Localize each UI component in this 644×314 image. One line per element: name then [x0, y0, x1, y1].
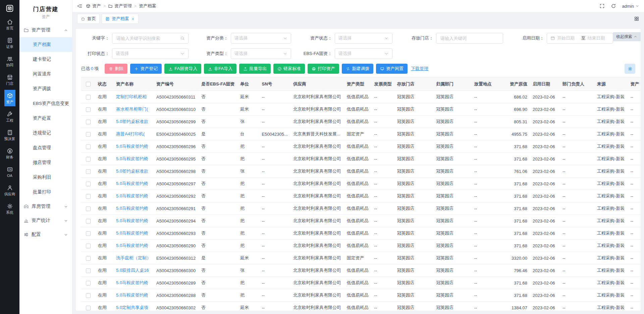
rail-item-home[interactable]: 首页 [4, 16, 15, 33]
asset-name-link[interactable]: 5.0马鞍皮签约椅 [113, 153, 154, 165]
enable-date-range[interactable]: 开始日期至结束日期 [547, 33, 613, 44]
apps-grid-icon[interactable] [634, 16, 639, 21]
rail-item-collab[interactable]: 协同 [4, 53, 15, 69]
row-checkbox[interactable] [86, 120, 91, 124]
row-checkbox[interactable] [86, 182, 91, 186]
asset-name-link[interactable]: 惠普A4打印机( [113, 128, 154, 140]
menu-group-config[interactable]: 配置 [19, 228, 72, 242]
row-checkbox[interactable] [86, 281, 91, 286]
asset-name-link[interactable]: 5.0马鞍皮签约椅 [113, 140, 154, 153]
fa-import-button[interactable]: FA固资导入 [164, 64, 201, 74]
batch-export-button[interactable]: 批量导出 [239, 64, 271, 74]
row-checkbox[interactable] [86, 169, 91, 174]
tab-close-icon[interactable] [131, 17, 135, 21]
rail-item-store[interactable]: 门店 [4, 71, 15, 88]
asset-idle-button[interactable]: 资产闲置 [376, 64, 408, 74]
rail-item-system[interactable]: 系统 [4, 200, 15, 217]
asset-name-link[interactable]: 5.0马鞍皮签约椅 [113, 277, 154, 289]
rail-item-badge[interactable]: 证章 [4, 35, 15, 51]
keyword-input[interactable] [112, 33, 189, 44]
asset-name-link[interactable]: 5.0马鞍皮签约椅 [113, 289, 154, 302]
select-all-checkbox[interactable] [86, 82, 91, 86]
menu-item-3[interactable]: 资产调拨 [19, 81, 72, 96]
menu-item-7[interactable]: 盘点管理 [19, 140, 72, 155]
asset-name-link[interactable]: 5.0签约桌标准款 [113, 165, 154, 178]
rail-item-finance[interactable]: 财务 [4, 145, 15, 162]
menu-item-9[interactable]: 采购利旧 [19, 170, 72, 185]
trash-icon [109, 67, 113, 71]
sidebar-collapse-icon[interactable] [77, 3, 83, 9]
row-checkbox[interactable] [86, 95, 91, 100]
asset-name-link[interactable]: 5.0马鞍皮签约椅 [113, 202, 154, 215]
rail-item-budget[interactable]: 预决算 [4, 127, 15, 143]
row-checkbox[interactable] [86, 144, 91, 149]
download-manage-link[interactable]: 下载管理 [411, 66, 428, 72]
asset-name-link[interactable]: 5.0双排四人桌16 [113, 264, 154, 277]
refresh-icon[interactable] [611, 3, 616, 9]
asset-name-link[interactable]: 5.0马鞍皮签约椅 [113, 227, 154, 240]
asset-name-link[interactable]: 洗手盆柜（定制） [113, 252, 154, 264]
tab-home[interactable]: 首页 [77, 14, 100, 24]
keyword-input-field[interactable] [116, 36, 178, 41]
breadcrumb-item[interactable]: 资产档案 [139, 3, 156, 9]
asset-category-select[interactable]: 请选择 [231, 33, 291, 44]
menu-item-0[interactable]: 资产档案 [19, 37, 72, 52]
app-logo-icon[interactable] [5, 4, 14, 13]
asset-name-link[interactable]: 5.0签约桌标准款 [113, 116, 154, 128]
rail-items: 首页证章协同门店资产工程预决算财务OAOA供应商系统 [4, 16, 15, 219]
asset-name-link[interactable]: 茶水柜吊柜带门( [113, 103, 154, 116]
row-checkbox[interactable] [86, 268, 91, 273]
asset-register-button[interactable]: 资产登记 [130, 64, 162, 74]
cell-unit: 张 [237, 264, 259, 277]
rail-item-oa[interactable]: OAOA [4, 164, 15, 180]
row-checkbox[interactable] [86, 306, 91, 310]
menu-item-1[interactable]: 建卡登记 [19, 52, 72, 67]
rail-item-asset[interactable]: 资产 [4, 90, 15, 106]
row-checkbox[interactable] [86, 206, 91, 211]
row-checkbox[interactable] [86, 194, 91, 199]
asset-status-select[interactable]: 请选择 [335, 33, 392, 44]
new-transfer-button[interactable]: 新建调拨 [342, 64, 373, 74]
row-checkbox[interactable] [86, 231, 91, 236]
rail-item-supplier[interactable]: 供应商 [4, 182, 15, 198]
collapse-search-button[interactable]: 收起搜索 [613, 32, 641, 41]
menu-item-4[interactable]: EBS资产信息变更 [19, 96, 72, 111]
print-status-select[interactable]: 请选择 [112, 48, 189, 59]
breadcrumb-item[interactable]: 资产 [86, 3, 101, 9]
store-input[interactable] [436, 33, 503, 44]
asset-name-link[interactable]: 5.0马鞍皮签约椅 [113, 215, 154, 227]
row-checkbox[interactable] [86, 107, 91, 112]
breadcrumb-item[interactable]: 资产管理 [108, 3, 132, 9]
row-checkbox[interactable] [86, 293, 91, 298]
store-input-field[interactable] [440, 36, 499, 41]
asset-type-select[interactable]: 请选择 [231, 48, 291, 59]
row-checkbox[interactable] [86, 244, 91, 248]
tab-asset-archive[interactable]: 资产档案 [102, 14, 139, 24]
menu-group-folder[interactable]: 资产管理 [19, 23, 72, 37]
row-checkbox[interactable] [86, 256, 91, 261]
row-checkbox[interactable] [86, 132, 91, 137]
menu-item-2[interactable]: 闲置退库 [19, 67, 72, 81]
table-settings-button[interactable] [625, 64, 635, 74]
delete-button[interactable]: 删除 [105, 64, 127, 74]
asset-name-link[interactable]: 定制打印机柜相 [113, 91, 154, 103]
non-fa-import-button[interactable]: 非FA导入 [204, 64, 236, 74]
menu-group-stats[interactable]: 资产统计 [19, 213, 72, 228]
asset-name-link[interactable]: 5.0定制共享桌项 [113, 302, 154, 311]
ebs-fa-select[interactable]: 请选择 [335, 48, 392, 59]
menu-item-6[interactable]: 违规登记 [19, 126, 72, 140]
menu-item-5[interactable]: 资产处置 [19, 111, 72, 126]
print-asset-button[interactable]: 打印资产 [308, 64, 339, 74]
asset-name-link[interactable]: 5.0马鞍皮签约椅 [113, 178, 154, 190]
menu-group-warehouse[interactable]: 库房管理 [19, 199, 72, 213]
menu-item-10[interactable]: 批量打印 [19, 185, 72, 199]
asset-name-link[interactable]: 5.0马鞍皮签约椅 [113, 190, 154, 202]
asset-name-link[interactable]: 5.0马鞍皮签约椅 [113, 240, 154, 252]
lianjia-standard-button[interactable]: 链家标准 [273, 64, 305, 74]
user-menu[interactable]: admin [622, 4, 639, 9]
row-checkbox[interactable] [86, 157, 91, 162]
menu-item-8[interactable]: 撤店管理 [19, 155, 72, 170]
row-checkbox[interactable] [86, 219, 91, 224]
fullscreen-icon[interactable] [599, 3, 605, 9]
rail-item-project[interactable]: 工程 [4, 108, 15, 125]
